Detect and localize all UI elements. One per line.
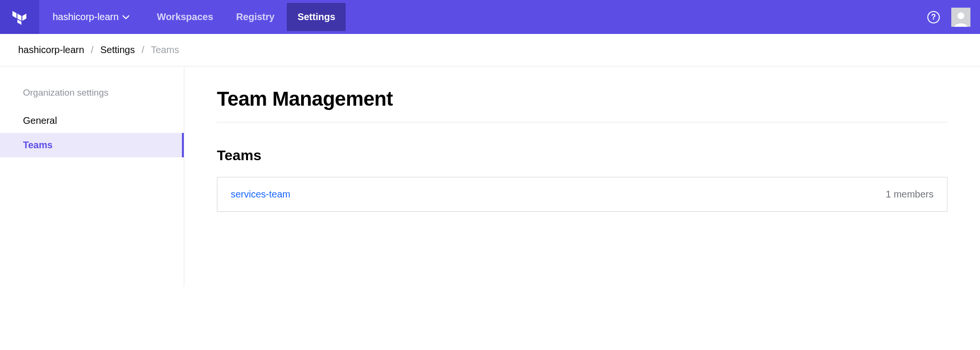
breadcrumb-current: Teams [151, 44, 179, 55]
teams-section-title: Teams [217, 147, 947, 164]
topnav-right: ? [927, 8, 980, 27]
org-name: hashicorp-learn [53, 11, 119, 22]
chevron-down-icon [123, 13, 129, 21]
nav-settings[interactable]: Settings [287, 3, 346, 31]
top-nav: hashicorp-learn Workspaces Registry Sett… [0, 0, 980, 34]
team-row[interactable]: services-team 1 members [217, 177, 947, 212]
terraform-icon [12, 10, 27, 25]
page-title: Team Management [217, 88, 947, 122]
sidebar-item-general[interactable]: General [0, 109, 184, 133]
sidebar-item-teams[interactable]: Teams [0, 133, 184, 157]
team-name-link[interactable]: services-team [231, 189, 290, 200]
breadcrumb-settings[interactable]: Settings [100, 44, 135, 55]
team-members-count: 1 members [886, 189, 934, 200]
breadcrumb-sep: / [142, 44, 145, 55]
nav-links: Workspaces Registry Settings [146, 3, 346, 31]
nav-workspaces[interactable]: Workspaces [146, 3, 224, 31]
sidebar-heading: Organization settings [0, 88, 184, 109]
svg-point-4 [957, 12, 964, 19]
main-content: Team Management Teams services-team 1 me… [184, 66, 980, 286]
sidebar: Organization settings General Teams [0, 66, 184, 286]
svg-marker-2 [23, 13, 26, 21]
user-silhouette-icon [952, 10, 969, 27]
logo[interactable] [0, 0, 39, 34]
nav-registry[interactable]: Registry [225, 3, 285, 31]
svg-marker-1 [17, 13, 21, 21]
breadcrumb-org[interactable]: hashicorp-learn [18, 44, 84, 55]
avatar[interactable] [951, 8, 970, 27]
svg-marker-0 [12, 11, 16, 18]
breadcrumb: hashicorp-learn / Settings / Teams [0, 34, 980, 66]
org-switcher[interactable]: hashicorp-learn [39, 11, 146, 22]
help-icon[interactable]: ? [927, 11, 940, 23]
breadcrumb-sep: / [91, 44, 94, 55]
